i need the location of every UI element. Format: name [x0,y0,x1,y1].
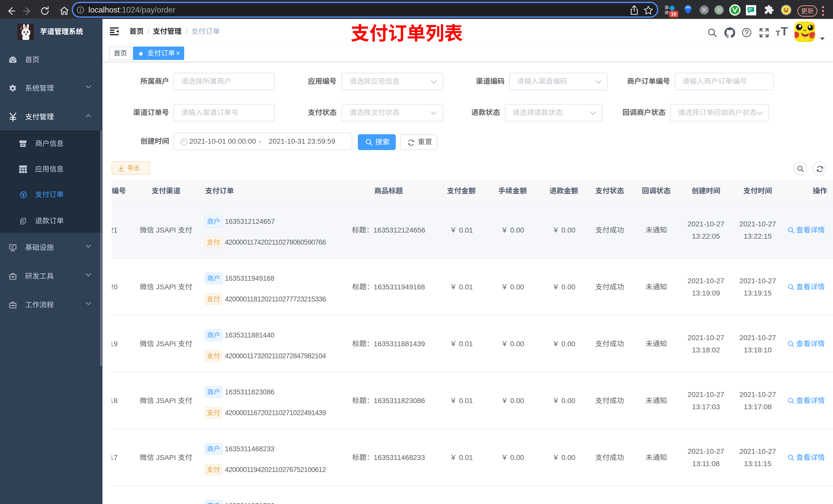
svg-text:⌘: ⌘ [701,7,707,13]
